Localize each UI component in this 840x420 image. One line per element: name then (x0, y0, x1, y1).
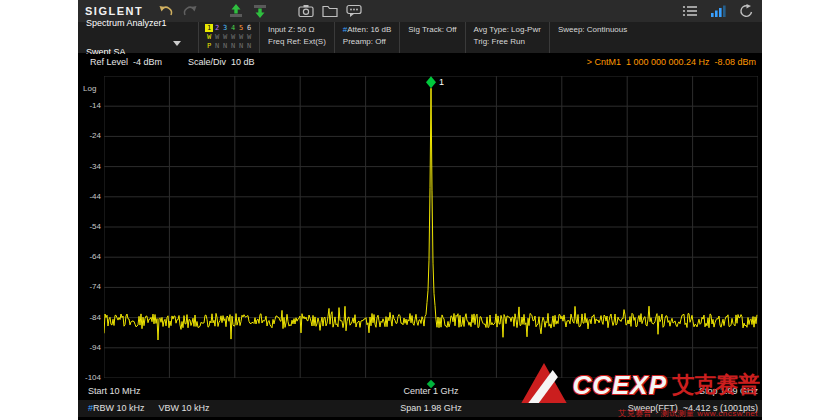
y-axis-label: -14 (78, 101, 101, 110)
trace-cell: W (205, 33, 213, 41)
arrow-down-icon[interactable] (251, 3, 269, 19)
atten-label: #Atten: 16 dB (343, 25, 391, 34)
ref-level-row: Ref Level -4 dBm Scale/Div 10 dB > CntM1… (78, 54, 762, 70)
trace-cell: 1 (205, 24, 213, 32)
y-axis-label: -104 (78, 373, 101, 382)
atten-settings[interactable]: #Atten: 16 dB Preamp: Off (335, 22, 400, 53)
plot-area: Log -14-24-34-44-54-64-74-84-94-104 1 (78, 70, 762, 386)
ccexp-logo-icon (521, 363, 567, 407)
input-z-label: Input Z: 50 Ω (268, 25, 326, 34)
menu-list-icon[interactable] (681, 3, 699, 19)
marker-readout: > CntM1 1 000 000 000.24 Hz -8.08 dBm (587, 57, 756, 67)
network-status-icon[interactable] (709, 3, 727, 19)
sweep-settings[interactable]: Sweep: Continuous (550, 22, 762, 53)
trace-cell: N (221, 42, 229, 50)
sig-track-label: Sig Track: Off (408, 25, 456, 34)
watermark-brand: CCEXP (572, 370, 667, 401)
toolbar: SIGLENT (78, 0, 762, 22)
redo-icon[interactable] (181, 3, 199, 19)
watermark-row: CCEXP 艾克赛普 (521, 363, 760, 407)
trig-label: Trig: Free Run (474, 37, 541, 46)
spectrum-analyzer-screen: SIGLENT (78, 0, 762, 420)
amplitude-mode-label: Log (83, 84, 96, 93)
trace-cell: W (221, 33, 229, 41)
trace-cell: 2 (213, 24, 221, 32)
atten-value: Atten: 16 dB (347, 25, 391, 34)
graticule: 1 (104, 76, 758, 378)
trace-cell: W (245, 33, 253, 41)
trace-cell: P (205, 42, 213, 50)
watermark-brand-cn: 艾克赛普 (672, 370, 760, 400)
trace-cell: N (213, 42, 221, 50)
sig-track-settings[interactable]: Sig Track: Off (400, 22, 465, 53)
watermark-subtext: 艾克赛普 · 测试测量 www.cncsw.net (618, 408, 760, 419)
input-settings[interactable]: Input Z: 50 Ω Freq Ref: Ext(S) (260, 22, 335, 53)
ref-level[interactable]: Ref Level -4 dBm (90, 57, 162, 67)
trace-cell: 3 (221, 24, 229, 32)
trace-cell: N (237, 42, 245, 50)
y-axis-label: -34 (78, 162, 101, 171)
status-bar: Spectrum Analyzer1 Swept SA 123456WWWWWW… (78, 22, 762, 54)
y-axis-label: -84 (78, 313, 101, 322)
avg-trig-settings[interactable]: Avg Type: Log-Pwr Trig: Free Run (466, 22, 550, 53)
trace-cell: 5 (237, 24, 245, 32)
y-axis-label: -64 (78, 252, 101, 261)
trace-cell: 6 (245, 24, 253, 32)
preamp-label: Preamp: Off (343, 37, 391, 46)
y-axis-label: -44 (78, 192, 101, 201)
folder-icon[interactable] (321, 3, 339, 19)
sweep-label: Sweep: Continuous (558, 25, 754, 34)
marker-number: 1 (439, 77, 444, 87)
trace-cell: W (237, 33, 245, 41)
marker-diamond (426, 76, 436, 88)
refresh-icon[interactable] (737, 3, 755, 19)
message-icon[interactable] (345, 3, 363, 19)
arrow-up-icon[interactable] (227, 3, 245, 19)
mode-title: Spectrum Analyzer1 (86, 18, 167, 29)
y-axis-label: -24 (78, 131, 101, 140)
freq-ref-label: Freq Ref: Ext(S) (268, 37, 326, 46)
trace-cell: N (229, 42, 237, 50)
y-axis-label: -94 (78, 343, 101, 352)
camera-icon[interactable] (297, 3, 315, 19)
trace-cell: W (229, 33, 237, 41)
trace-cell: N (245, 42, 253, 50)
y-axis-label: -54 (78, 222, 101, 231)
spectrum-plot: 1 (104, 76, 758, 378)
trace-cell: 4 (229, 24, 237, 32)
trace-cell: W (213, 33, 221, 41)
y-axis-label: -74 (78, 282, 101, 291)
avg-type-label: Avg Type: Log-Pwr (474, 25, 541, 34)
trace-table[interactable]: 123456WWWWWWPNNNNN (199, 22, 260, 53)
mode-selector[interactable]: Spectrum Analyzer1 Swept SA (78, 22, 199, 53)
chevron-down-icon (173, 41, 181, 46)
watermark: CCEXP 艾克赛普 艾克赛普 · 测试测量 www.cncsw.net (521, 363, 760, 419)
scale-div[interactable]: Scale/Div 10 dB (188, 57, 255, 67)
toolbar-right (681, 3, 755, 19)
